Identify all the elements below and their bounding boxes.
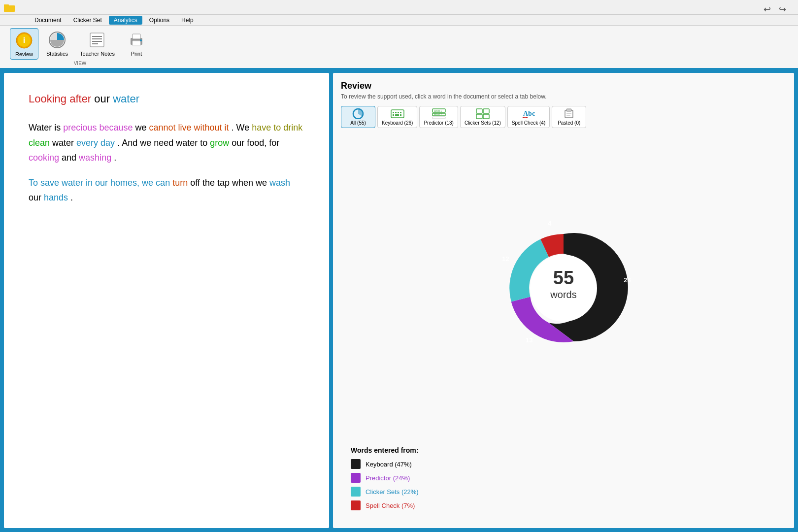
print-icon xyxy=(127,30,146,50)
tab-all-label: All (55) xyxy=(350,120,366,126)
redo-button[interactable]: ↪ xyxy=(777,2,788,17)
svg-rect-1 xyxy=(4,4,9,6)
ribbon-group-view: i Review Statistics xyxy=(10,28,150,66)
spell-check-icon: Abc xyxy=(522,108,535,119)
undo-redo-group: ↩ ↪ xyxy=(762,2,788,17)
title-bar: ↩ ↪ xyxy=(0,0,798,15)
legend: Words entered from: Keyboard (47%) Predi… xyxy=(341,440,786,520)
svg-rect-17 xyxy=(393,112,394,113)
svg-rect-35 xyxy=(566,109,571,111)
tab-predictor[interactable]: Word 1 Word 2 Predictor (13) xyxy=(419,106,458,128)
menu-help[interactable]: Help xyxy=(176,16,199,25)
tab-keyboard[interactable]: Keyboard (26) xyxy=(377,106,417,128)
menu-document[interactable]: Document xyxy=(30,16,66,25)
svg-rect-12 xyxy=(133,34,140,39)
svg-rect-29 xyxy=(476,109,482,113)
tab-keyboard-label: Keyboard (26) xyxy=(382,120,413,126)
svg-rect-31 xyxy=(476,114,482,119)
chart-total-label: words xyxy=(550,289,576,300)
svg-rect-19 xyxy=(398,112,399,113)
ribbon-statistics-button[interactable]: Statistics xyxy=(42,28,72,60)
legend-keyboard-label: Keyboard (47%) xyxy=(366,461,412,468)
tab-clicker-sets[interactable]: Clicker Sets (12) xyxy=(460,106,505,128)
all-icon xyxy=(351,108,365,119)
chart-area: 55 words 26 13 12 4 xyxy=(341,136,786,440)
title-part-blue: water xyxy=(113,93,139,105)
review-label: Review xyxy=(15,51,33,57)
svg-rect-6 xyxy=(90,33,104,47)
review-subtitle: To review the support used, click a word… xyxy=(341,93,786,100)
svg-rect-18 xyxy=(395,112,397,113)
menu-clicker-set[interactable]: Clicker Set xyxy=(68,16,107,25)
undo-button[interactable]: ↩ xyxy=(762,2,773,17)
title-bar-left xyxy=(4,3,15,12)
menu-analytics[interactable]: Analytics xyxy=(109,16,142,25)
pasted-icon xyxy=(562,108,576,119)
tab-clicker-sets-label: Clicker Sets (12) xyxy=(465,120,501,126)
teacher-notes-label: Teacher Notes xyxy=(80,51,115,57)
donut-chart: 55 words 26 13 12 4 xyxy=(490,214,637,362)
svg-rect-13 xyxy=(133,41,140,46)
svg-rect-22 xyxy=(395,114,399,116)
svg-text:Abc: Abc xyxy=(523,110,535,117)
legend-keyboard: Keyboard (47%) xyxy=(351,459,776,469)
statistics-label: Statistics xyxy=(46,51,68,57)
svg-rect-32 xyxy=(483,114,489,119)
tab-pasted[interactable]: Pasted (0) xyxy=(552,106,586,128)
review-panel: Review To review the support used, click… xyxy=(333,73,794,528)
svg-point-14 xyxy=(140,39,142,41)
document-body: Water is precious because we cannot live… xyxy=(29,120,304,205)
doc-paragraph-2: To save water in our homes, we can turn … xyxy=(29,175,304,205)
title-part-red: Looking after xyxy=(29,93,91,105)
legend-title: Words entered from: xyxy=(351,446,776,454)
predictor-value-label: 13 xyxy=(526,336,532,344)
menu-options[interactable]: Options xyxy=(144,16,174,25)
keyboard-icon xyxy=(391,108,404,119)
tab-pasted-label: Pasted (0) xyxy=(558,120,580,126)
document-panel: Looking after our water Water is preciou… xyxy=(4,73,329,528)
folder-icon xyxy=(4,3,15,12)
clicker-sets-icon xyxy=(476,108,490,119)
ribbon: i Review Statistics xyxy=(0,26,798,69)
ribbon-print-button[interactable]: Print xyxy=(123,28,150,60)
legend-keyboard-dot xyxy=(351,459,361,469)
tab-spell-check[interactable]: Abc Spell Check (4) xyxy=(507,106,550,128)
tabs-row: All (55) Keyboard (26) xyxy=(341,106,786,128)
svg-rect-30 xyxy=(483,109,489,113)
chart-total-number: 55 xyxy=(553,267,574,288)
print-label: Print xyxy=(131,51,142,57)
svg-text:Word 1: Word 1 xyxy=(434,109,442,112)
donut-center xyxy=(530,255,597,322)
svg-text:i: i xyxy=(23,36,25,44)
title-part-black: our xyxy=(91,93,113,105)
ribbon-group-label: VIEW xyxy=(74,61,87,66)
legend-clicker-label: Clicker Sets (22%) xyxy=(366,488,419,496)
main-area: Looking after our water Water is preciou… xyxy=(0,69,798,532)
svg-rect-16 xyxy=(391,110,404,118)
legend-clicker: Clicker Sets (22%) xyxy=(351,487,776,497)
tab-predictor-label: Predictor (13) xyxy=(424,120,454,126)
review-title: Review xyxy=(341,81,786,91)
legend-predictor: Predictor (24%) xyxy=(351,473,776,483)
legend-predictor-label: Predictor (24%) xyxy=(366,474,410,482)
tab-all[interactable]: All (55) xyxy=(341,106,375,128)
statistics-icon xyxy=(47,30,67,50)
svg-rect-21 xyxy=(393,114,394,116)
svg-text:Word 2: Word 2 xyxy=(434,113,442,116)
tab-spell-check-label: Spell Check (4) xyxy=(512,120,545,126)
legend-spellcheck: Spell Check (7%) xyxy=(351,500,776,510)
ribbon-review-button[interactable]: i Review xyxy=(10,28,38,60)
legend-clicker-dot xyxy=(351,487,361,497)
legend-spellcheck-dot xyxy=(351,500,361,510)
doc-paragraph-1: Water is precious because we cannot live… xyxy=(29,120,304,166)
predictor-icon: Word 1 Word 2 xyxy=(432,108,446,119)
teacher-notes-icon xyxy=(87,30,107,50)
keyboard-value-label: 26 xyxy=(624,276,631,284)
svg-rect-20 xyxy=(400,112,401,113)
ribbon-teacher-notes-button[interactable]: Teacher Notes xyxy=(76,28,119,60)
legend-spellcheck-label: Spell Check (7%) xyxy=(366,502,415,509)
menu-bar: Document Clicker Set Analytics Options H… xyxy=(0,15,798,26)
review-icon: i xyxy=(14,31,34,50)
clicker-value-label: 12 xyxy=(502,255,509,263)
spellcheck-value-label: 4 xyxy=(548,220,552,227)
